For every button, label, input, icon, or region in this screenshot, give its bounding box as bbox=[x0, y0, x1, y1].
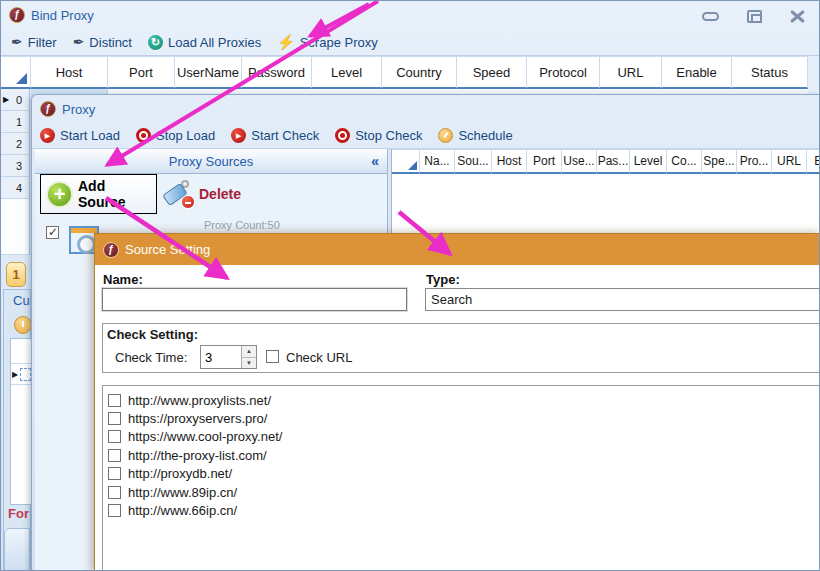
distinct-button[interactable]: ✒ Distinct bbox=[73, 34, 132, 50]
row-header[interactable]: ▶0 bbox=[1, 89, 30, 111]
url-label: http://www.66ip.cn/ bbox=[128, 503, 237, 518]
column-header[interactable]: Pas... bbox=[597, 149, 630, 174]
select-all-corner[interactable] bbox=[1, 56, 31, 89]
row-header[interactable]: 2 bbox=[1, 133, 30, 155]
column-header[interactable]: UserName bbox=[175, 56, 242, 89]
list-item[interactable]: ▶ bbox=[11, 363, 31, 385]
filter-label: Filter bbox=[28, 35, 57, 50]
start-load-button[interactable]: ▶ Start Load bbox=[40, 128, 120, 143]
plus-icon: + bbox=[46, 181, 73, 208]
orange-clock-icon[interactable] bbox=[14, 316, 32, 334]
url-label: https://proxyservers.pro/ bbox=[128, 411, 267, 426]
refresh-icon: ↻ bbox=[148, 35, 163, 50]
check-setting-group: Check Setting: Check Time: ▲ ▼ Check URL bbox=[102, 323, 820, 373]
select-all-corner[interactable] bbox=[392, 149, 420, 174]
play-icon: ▶ bbox=[231, 128, 246, 143]
name-label: Name: bbox=[103, 272, 143, 287]
column-header[interactable]: Co... bbox=[667, 149, 702, 174]
load-all-proxies-button[interactable]: ↻ Load All Proxies bbox=[148, 35, 261, 50]
row-marker-icon: ▶ bbox=[3, 95, 9, 104]
column-header[interactable]: Na... bbox=[420, 149, 455, 174]
row-header[interactable]: 1 bbox=[1, 111, 30, 133]
main-table-header: Host Port UserName Password Level Countr… bbox=[1, 56, 808, 89]
check-time-input[interactable] bbox=[201, 346, 241, 368]
left-panel-list: ▶ bbox=[10, 338, 32, 505]
row-header-empty bbox=[1, 199, 30, 255]
url-checkbox[interactable] bbox=[108, 486, 121, 499]
column-header[interactable]: Level bbox=[312, 56, 382, 89]
list-item: http://www.66ip.cn/ bbox=[108, 501, 820, 519]
column-header[interactable]: Enable bbox=[662, 56, 732, 89]
main-window-title: Bind Proxy bbox=[31, 8, 94, 23]
minimize-icon[interactable] bbox=[702, 12, 719, 21]
stop-load-button[interactable]: Stop Load bbox=[136, 128, 215, 143]
source-checkbox[interactable] bbox=[46, 226, 59, 239]
screen: ƒ Bind Proxy ✒ Filter ✒ Distinct ↻ Load … bbox=[0, 0, 820, 571]
source-list-item bbox=[46, 226, 99, 254]
column-header[interactable]: Speed bbox=[457, 56, 527, 89]
column-header[interactable]: Host bbox=[31, 56, 108, 89]
column-header[interactable]: Use... bbox=[562, 149, 597, 174]
schedule-button[interactable]: Schedule bbox=[438, 128, 512, 143]
close-icon[interactable] bbox=[790, 10, 805, 23]
app-icon: ƒ bbox=[9, 7, 25, 23]
name-input[interactable] bbox=[102, 288, 407, 311]
delete-button[interactable]: Delete bbox=[163, 179, 241, 209]
page-badge[interactable]: 1 bbox=[6, 262, 26, 287]
maximize-icon[interactable] bbox=[747, 10, 762, 23]
column-header[interactable]: Status bbox=[732, 56, 808, 89]
start-check-button[interactable]: ▶ Start Check bbox=[231, 128, 319, 143]
proxy-toolbar: ▶ Start Load Stop Load ▶ Start Check Sto… bbox=[32, 123, 820, 149]
check-time-label: Check Time: bbox=[115, 350, 187, 365]
url-checkbox[interactable] bbox=[108, 412, 121, 425]
add-source-button[interactable]: + Add Source bbox=[40, 174, 157, 214]
column-header[interactable]: Level bbox=[630, 149, 667, 174]
filter-button[interactable]: ✒ Filter bbox=[11, 34, 57, 50]
column-header[interactable]: Country bbox=[382, 56, 457, 89]
spin-up-icon[interactable]: ▲ bbox=[242, 346, 256, 358]
proxy-sources-panel-header: Proxy Sources « bbox=[35, 149, 387, 174]
column-header[interactable]: Pro... bbox=[737, 149, 772, 174]
proxy-sources-title: Proxy Sources bbox=[169, 154, 254, 169]
spin-down-icon[interactable]: ▼ bbox=[242, 358, 256, 369]
url-checkbox[interactable] bbox=[108, 430, 121, 443]
corner-triangle-icon bbox=[408, 161, 417, 170]
row-header[interactable]: 4 bbox=[1, 177, 30, 199]
main-toolbar: ✒ Filter ✒ Distinct ↻ Load All Proxies ⚡… bbox=[1, 29, 820, 56]
type-dropdown[interactable]: Search bbox=[425, 288, 820, 311]
app-icon: ƒ bbox=[40, 101, 56, 117]
proxy-count-label: Proxy Count:50 bbox=[204, 219, 280, 231]
url-label: https://www.cool-proxy.net/ bbox=[128, 429, 282, 444]
list-item: http://the-proxy-list.com/ bbox=[108, 446, 820, 464]
row-header[interactable]: 3 bbox=[1, 155, 30, 177]
column-header[interactable]: Password bbox=[242, 56, 312, 89]
column-header[interactable]: Spe... bbox=[702, 149, 737, 174]
proxy-titlebar: ƒ Proxy bbox=[32, 95, 820, 123]
check-url-checkbox[interactable] bbox=[266, 350, 279, 363]
stop-check-button[interactable]: Stop Check bbox=[335, 128, 422, 143]
url-label: http://the-proxy-list.com/ bbox=[128, 448, 267, 463]
url-checkbox[interactable] bbox=[108, 504, 121, 517]
url-label: http://www.proxylists.net/ bbox=[128, 393, 271, 408]
url-label: http://www.89ip.cn/ bbox=[128, 485, 237, 500]
distinct-label: Distinct bbox=[89, 35, 132, 50]
column-header[interactable]: Port bbox=[527, 149, 562, 174]
url-checkbox[interactable] bbox=[108, 394, 121, 407]
url-checkbox[interactable] bbox=[108, 449, 121, 462]
check-time-stepper: ▲ ▼ bbox=[200, 345, 257, 369]
column-header[interactable]: URL bbox=[772, 149, 807, 174]
column-header[interactable]: Port bbox=[108, 56, 175, 89]
scrape-proxy-button[interactable]: ⚡ Scrape Proxy bbox=[277, 34, 378, 50]
url-checkbox[interactable] bbox=[108, 467, 121, 480]
column-header[interactable]: Sou... bbox=[455, 149, 492, 174]
list-item: https://www.cool-proxy.net/ bbox=[108, 428, 820, 446]
column-header[interactable]: Host bbox=[492, 149, 527, 174]
stop-icon bbox=[335, 128, 350, 143]
collapse-panel-icon[interactable]: « bbox=[371, 153, 379, 169]
window-controls bbox=[674, 10, 805, 23]
column-header[interactable]: URL bbox=[600, 56, 662, 89]
column-header[interactable]: Protocol bbox=[527, 56, 600, 89]
proxy-window-title: Proxy bbox=[62, 102, 95, 117]
column-header[interactable]: En... bbox=[807, 149, 820, 174]
left-panel-clipped: Cu ▶ For bbox=[3, 289, 31, 571]
